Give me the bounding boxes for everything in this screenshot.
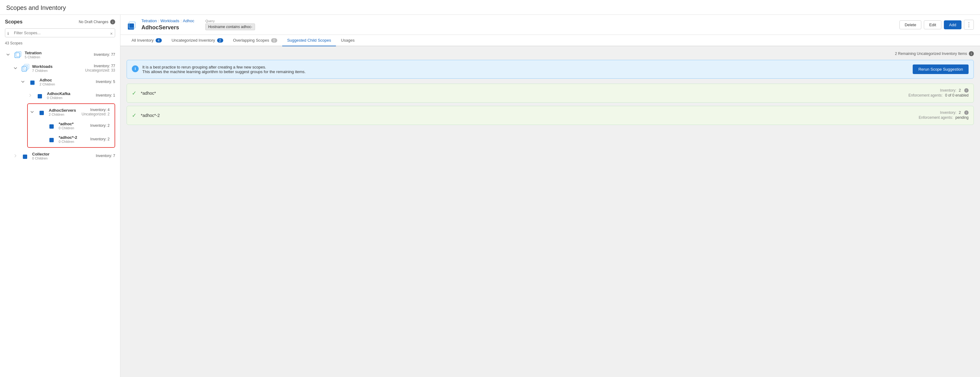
breadcrumb-adhoc[interactable]: Adhoc: [183, 19, 194, 23]
adhockafka-name: AdhocKafka: [47, 91, 96, 96]
tab-all-inventory[interactable]: All Inventory 4: [127, 35, 167, 46]
delete-button[interactable]: Delete: [899, 21, 922, 29]
filter-bar: ℹ ×: [0, 27, 120, 40]
expand-tetration[interactable]: [5, 52, 11, 58]
suggestion-inventory-label-1: Inventory:: [940, 88, 956, 93]
sidebar-title: Scopes: [5, 19, 22, 25]
workloads-inventory: Inventory: 77 Uncategorized: 33: [85, 64, 115, 73]
expand-adhocservers[interactable]: [29, 109, 35, 115]
svg-rect-10: [49, 138, 54, 142]
expand-collector[interactable]: [12, 153, 19, 159]
collector-info: Collector 0 Children: [32, 152, 96, 160]
suggestion-enforcement-label-2: Enforcement agents:: [919, 116, 953, 120]
adhoc-name: Adhoc: [40, 78, 96, 82]
suggested-child-scopes-content: 2 Remaining Uncategorized Inventory Item…: [121, 46, 980, 377]
scope-list: Tetration 5 Children Inventory: 77: [0, 48, 120, 377]
scope-count: 43 Scopes: [0, 40, 120, 48]
info-banner-line1: It is a best practice to rerun grouping …: [142, 65, 305, 70]
suggestion-enforcement-value-1: 0 of 0 enabled: [945, 93, 969, 98]
adhockafka-info: AdhocKafka 0 Children: [47, 91, 96, 100]
tab-all-inventory-label: All Inventory: [132, 38, 154, 43]
adhocservers-name: AdhocServers: [49, 108, 81, 112]
filter-clear-icon[interactable]: ×: [110, 31, 113, 36]
breadcrumb-workloads[interactable]: Workloads: [161, 19, 180, 23]
sidebar-header: Scopes No Draft Changes i: [0, 15, 120, 27]
adhoc-inventory: Inventory: 5: [96, 79, 115, 84]
expand-adhockafka[interactable]: [27, 92, 33, 98]
edit-button[interactable]: Edit: [924, 21, 941, 29]
adhoc-child2-inventory: Inventory: 2: [90, 137, 112, 141]
collector-name: Collector: [32, 152, 96, 157]
sidebar: Scopes No Draft Changes i ℹ × 43 Scopes: [0, 15, 121, 377]
scope-item-adhoc-child2[interactable]: *adhoc*-2 0 Children Inventory: 2: [28, 132, 115, 146]
tab-uncategorized[interactable]: Uncategorized Inventory 2: [167, 35, 228, 46]
tab-usages[interactable]: Usages: [336, 35, 360, 46]
adhockafka-icon: [36, 91, 45, 100]
breadcrumb: Tetration : Workloads : Adhoc: [142, 19, 194, 23]
adhockafka-inventory: Inventory: 1: [96, 93, 115, 98]
tetration-icon: [14, 50, 22, 59]
query-field: Hostname: [208, 25, 225, 29]
expand-adhoc[interactable]: [20, 79, 26, 85]
query-label: Query: [205, 19, 255, 23]
suggestion-row-2[interactable]: ✓ *adhoc*-2 Inventory: 2 i Enforcement a…: [127, 106, 974, 125]
suggestion-meta-2: Inventory: 2 i Enforcement agents: pendi…: [919, 111, 969, 120]
draft-info-icon[interactable]: i: [110, 19, 115, 24]
tetration-inventory: Inventory: 77: [94, 52, 115, 57]
info-banner-line2: This allows the machine learning algorit…: [142, 70, 305, 74]
adhocservers-icon: [38, 108, 46, 116]
scope-item-workloads[interactable]: Workloads 7 Children Inventory: 77 Uncat…: [2, 62, 118, 75]
svg-rect-8: [40, 111, 44, 115]
tab-overlapping[interactable]: Overlapping Scopes 0: [228, 35, 282, 46]
workloads-info: Workloads 7 Children: [32, 64, 85, 73]
adhocservers-inventory: Inventory: 4 Uncategorized: 2: [81, 108, 112, 116]
breadcrumb-tetration[interactable]: Tetration: [142, 19, 157, 23]
rerun-button[interactable]: Rerun Scope Suggestion: [913, 65, 969, 74]
info-banner: i It is a best practice to rerun groupin…: [127, 60, 974, 79]
svg-rect-1: [16, 52, 21, 57]
header-actions: Delete Edit Add ⋮: [899, 20, 974, 30]
tetration-children: 5 Children: [25, 55, 94, 59]
suggestion-name-2: *adhoc*-2: [141, 113, 919, 118]
suggestion-check-2: ✓: [132, 112, 137, 119]
svg-rect-9: [49, 124, 54, 129]
tab-all-inventory-badge: 4: [156, 38, 162, 43]
remaining-bar: 2 Remaining Uncategorized Inventory Item…: [127, 51, 974, 56]
scope-item-tetration[interactable]: Tetration 5 Children Inventory: 77: [2, 48, 118, 62]
more-options-button[interactable]: ⋮: [964, 20, 974, 30]
tetration-name: Tetration: [25, 51, 94, 55]
scope-display-name: AdhocServers: [142, 24, 194, 31]
suggestion-name-1: *adhoc*: [141, 91, 908, 96]
adhoc-child1-name: *adhoc*: [59, 122, 90, 126]
page-title: Scopes and Inventory: [0, 0, 980, 15]
collector-icon: [21, 152, 30, 160]
suggestion-inventory-info-2[interactable]: i: [964, 111, 969, 115]
add-button[interactable]: Add: [944, 21, 961, 29]
tab-uncategorized-badge: 2: [217, 38, 223, 43]
scope-item-adhocservers[interactable]: AdhocServers 2 Children Inventory: 4 Unc…: [28, 105, 115, 119]
svg-rect-12: [128, 24, 134, 30]
collector-inventory: Inventory: 7: [96, 154, 115, 158]
adhoc-child1-info: *adhoc* 0 Children: [59, 122, 90, 130]
suggestion-row-1[interactable]: ✓ *adhoc* Inventory: 2 i Enforcement age…: [127, 84, 974, 103]
remaining-info-icon[interactable]: i: [969, 51, 974, 56]
tab-suggested[interactable]: Suggested Child Scopes: [282, 35, 336, 46]
adhockafka-children: 0 Children: [47, 96, 96, 100]
content-area: Tetration : Workloads : Adhoc AdhocServe…: [121, 15, 980, 377]
scope-item-adhockafka[interactable]: AdhocKafka 0 Children Inventory: 1: [2, 89, 118, 102]
adhocservers-display-icon: [127, 20, 137, 30]
suggestion-enforcement-value-2: pending: [955, 116, 969, 120]
scope-item-adhoc-child1[interactable]: *adhoc* 0 Children Inventory: 2: [28, 119, 115, 132]
scope-item-collector[interactable]: Collector 0 Children Inventory: 7: [2, 149, 118, 163]
workloads-children: 7 Children: [32, 69, 85, 73]
expand-workloads[interactable]: [12, 65, 19, 71]
suggestion-inventory-info-1[interactable]: i: [964, 88, 969, 93]
filter-input[interactable]: [5, 29, 115, 37]
draft-status: No Draft Changes i: [79, 19, 115, 24]
scope-item-adhoc[interactable]: Adhoc 2 Children Inventory: 5: [2, 75, 118, 89]
svg-rect-11: [23, 155, 27, 159]
adhoc-icon: [29, 78, 37, 86]
tab-suggested-label: Suggested Child Scopes: [287, 38, 331, 43]
query-value: Hostname contains adhoc-: [205, 24, 255, 30]
query-contains: contains: [226, 25, 241, 29]
